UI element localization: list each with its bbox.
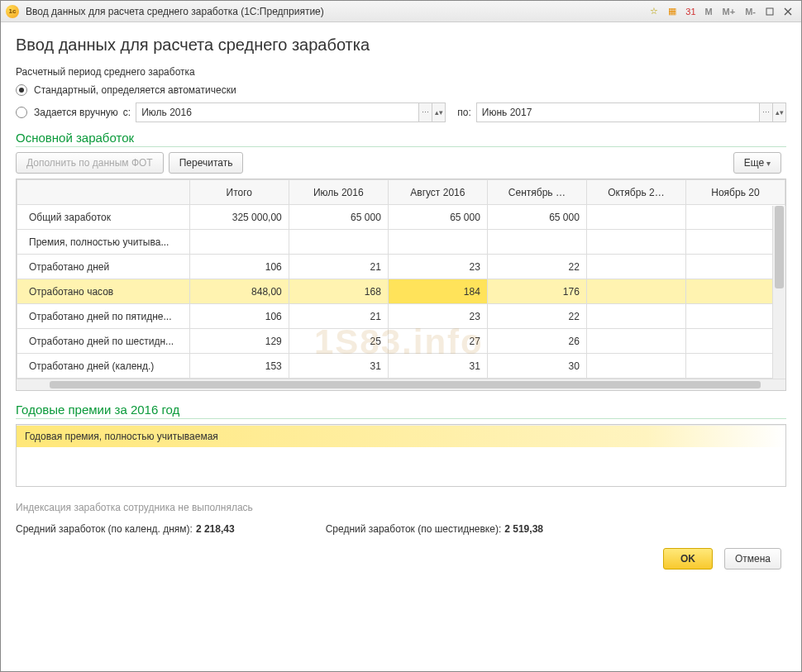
table-row[interactable]: Отработано дней по пятидне...106212322 (17, 304, 785, 329)
earnings-table[interactable]: ИтогоИюль 2016Август 2016Сентябрь …Октяб… (17, 179, 785, 379)
date-from-input[interactable] (136, 103, 418, 122)
memory-mminus-button[interactable]: M- (741, 4, 760, 19)
table-header[interactable]: Сентябрь … (487, 180, 586, 205)
date-to-ellipsis-icon[interactable]: ⋯ (759, 103, 772, 122)
row-cell[interactable] (586, 279, 685, 304)
ok-button[interactable]: OK (663, 548, 713, 570)
row-cell[interactable]: 25 (289, 329, 388, 354)
row-cell[interactable] (685, 205, 785, 230)
row-total[interactable]: 153 (189, 354, 289, 379)
row-cell[interactable] (586, 329, 685, 354)
table-header[interactable]: Июль 2016 (289, 180, 388, 205)
date-to-spinner-icon[interactable]: ▴▾ (772, 103, 785, 122)
svg-rect-0 (766, 8, 773, 15)
row-cell[interactable]: 21 (289, 304, 388, 329)
row-cell[interactable] (685, 354, 785, 379)
row-total[interactable]: 106 (189, 304, 289, 329)
row-cell[interactable] (685, 329, 785, 354)
radio-manual-row[interactable]: Задается вручную (16, 107, 118, 118)
row-cell[interactable]: 30 (487, 354, 586, 379)
date-from-field[interactable]: ⋯ ▴▾ (136, 102, 446, 122)
bonus-row[interactable]: Годовая премия, полностью учитываемая (17, 425, 785, 447)
window-title: Ввод данных для расчета среднего заработ… (26, 6, 324, 17)
row-cell[interactable] (685, 255, 785, 279)
bonus-table[interactable]: Годовая премия, полностью учитываемая (16, 424, 786, 487)
row-cell[interactable]: 22 (487, 304, 586, 329)
table-header[interactable]: Итого (189, 180, 289, 205)
row-cell[interactable] (685, 279, 785, 304)
radio-manual-icon[interactable] (16, 107, 27, 118)
row-cell[interactable]: 176 (487, 279, 586, 304)
row-cell[interactable]: 21 (289, 255, 388, 279)
period-section-label: Расчетный период среднего заработка (16, 66, 786, 78)
row-label: Премия, полностью учитыва... (17, 230, 190, 255)
row-total[interactable]: 129 (189, 329, 289, 354)
horizontal-scrollbar[interactable] (17, 379, 785, 390)
radio-auto-icon[interactable] (16, 84, 27, 96)
row-cell[interactable] (586, 354, 685, 379)
date-to-input[interactable] (477, 103, 759, 122)
row-cell[interactable]: 65 000 (289, 205, 388, 230)
favorite-icon[interactable]: ☆ (646, 4, 662, 19)
avg-calendar-label: Средний заработок (по календ. дням): (16, 523, 193, 535)
date-from-ellipsis-icon[interactable]: ⋯ (418, 103, 432, 122)
row-cell[interactable] (487, 230, 586, 255)
table-row[interactable]: Премия, полностью учитыва... (17, 230, 785, 255)
row-cell[interactable]: 27 (388, 329, 487, 354)
table-header[interactable]: Ноябрь 20 (685, 180, 785, 205)
table-row[interactable]: Отработано часов848,00168184176 (17, 279, 785, 304)
row-cell[interactable]: 26 (487, 329, 586, 354)
vertical-scrollbar[interactable] (772, 206, 785, 384)
row-cell[interactable] (586, 205, 685, 230)
main-earnings-heading: Основной заработок (16, 131, 786, 147)
recalc-button[interactable]: Перечитать (169, 152, 244, 174)
date-from-spinner-icon[interactable]: ▴▾ (432, 103, 445, 122)
calculator-icon[interactable]: ▦ (664, 4, 680, 19)
table-row[interactable]: Отработано дней106212322 (17, 255, 785, 279)
cancel-button[interactable]: Отмена (724, 548, 781, 570)
table-row[interactable]: Общий заработок325 000,0065 00065 00065 … (17, 205, 785, 230)
radio-manual-label: Задается вручную (34, 107, 118, 118)
row-cell[interactable]: 22 (487, 255, 586, 279)
row-cell[interactable] (388, 230, 487, 255)
row-cell[interactable]: 65 000 (388, 205, 487, 230)
calendar-icon[interactable]: 31 (682, 4, 699, 19)
table-toolbar: Дополнить по данным ФОТ Перечитать Еще (16, 152, 786, 174)
table-row[interactable]: Отработано дней по шестидн...129252726 (17, 329, 785, 354)
date-to-field[interactable]: ⋯ ▴▾ (476, 102, 786, 122)
minimize-icon[interactable] (761, 4, 778, 19)
table-header[interactable]: Октябрь 2… (586, 180, 685, 205)
from-label: с: (123, 107, 131, 118)
row-total[interactable]: 106 (189, 255, 289, 279)
more-button[interactable]: Еще (733, 152, 781, 174)
memory-m-button[interactable]: M (700, 4, 716, 19)
row-cell[interactable] (586, 230, 685, 255)
table-header[interactable] (17, 180, 190, 205)
row-cell[interactable]: 23 (388, 304, 487, 329)
page-title: Ввод данных для расчета среднего заработ… (16, 36, 786, 55)
memory-mplus-button[interactable]: M+ (718, 4, 740, 19)
row-cell[interactable]: 65 000 (487, 205, 586, 230)
row-total[interactable] (189, 230, 289, 255)
row-cell[interactable]: 184 (388, 279, 487, 304)
row-cell[interactable] (685, 230, 785, 255)
close-icon[interactable] (780, 4, 796, 19)
row-cell[interactable]: 23 (388, 255, 487, 279)
row-label: Отработано часов (17, 279, 190, 304)
row-cell[interactable] (586, 255, 685, 279)
table-row[interactable]: Отработано дней (календ.)153313130 (17, 354, 785, 379)
row-total[interactable]: 848,00 (189, 279, 289, 304)
window-titlebar: 1c Ввод данных для расчета среднего зара… (1, 1, 801, 22)
fill-from-fot-button[interactable]: Дополнить по данным ФОТ (16, 152, 164, 174)
row-label: Отработано дней по шестидн... (17, 329, 190, 354)
row-cell[interactable] (289, 230, 388, 255)
row-cell[interactable]: 168 (289, 279, 388, 304)
radio-auto-row[interactable]: Стандартный, определяется автоматически (16, 84, 786, 96)
row-cell[interactable] (586, 304, 685, 329)
row-cell[interactable]: 31 (289, 354, 388, 379)
row-cell[interactable] (685, 304, 785, 329)
table-header[interactable]: Август 2016 (388, 180, 487, 205)
row-cell[interactable]: 31 (388, 354, 487, 379)
indexation-note: Индексация заработка сотрудника не выпол… (16, 502, 786, 513)
row-total[interactable]: 325 000,00 (189, 205, 289, 230)
